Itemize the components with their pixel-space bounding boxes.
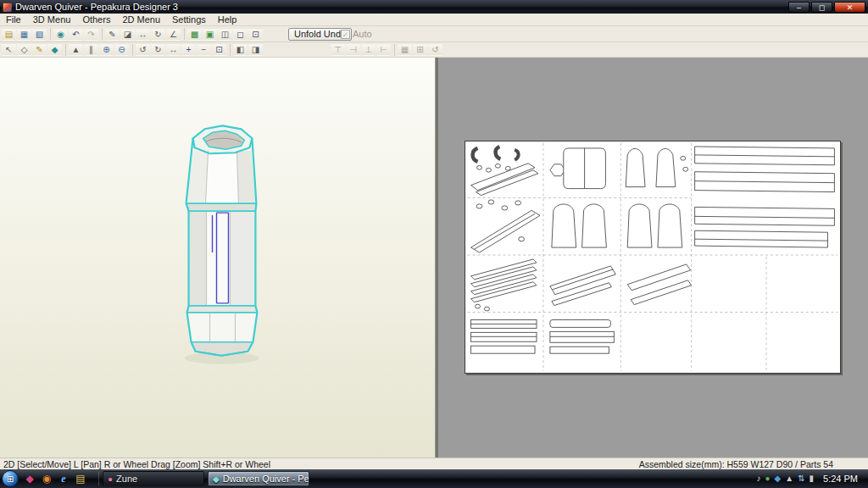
align-right-icon[interactable]: ⊢ — [376, 43, 391, 56]
sync-tray-icon[interactable]: ● — [765, 470, 770, 487]
window-title: Dwarven Quiver - Pepakura Designer 3 — [15, 0, 788, 14]
model-upper-section — [186, 151, 257, 211]
recalc-layout-icon[interactable]: ↺ — [428, 43, 442, 56]
quiver-3d-model — [0, 58, 435, 458]
taskbar-button-pepakura[interactable]: ◆ Dwarven Quiver - Pe... — [208, 471, 309, 486]
pepakura-task-label: Dwarven Quiver - Pe... — [223, 474, 309, 484]
texture-check-icon[interactable]: ▣ — [203, 28, 217, 41]
export-icon[interactable]: ▧ — [32, 28, 47, 41]
taskbar: ⊞ ◆ ◉ e ▤ ● Zune ◆ Dwarven Quiver - Pe..… — [0, 469, 868, 488]
texture-view-icon[interactable]: ◉ — [53, 28, 68, 41]
rotate-icon[interactable]: ↻ — [151, 28, 165, 41]
pattern-part — [552, 204, 607, 247]
cut-tool-icon[interactable]: ∥ — [84, 43, 98, 56]
pattern-part — [627, 204, 682, 247]
rotate-left-tool-icon[interactable]: ↺ — [136, 43, 150, 56]
divide-tool-icon[interactable]: ⊖ — [114, 43, 129, 56]
pattern-part — [626, 148, 687, 186]
join-tool-icon[interactable]: ⊕ — [99, 43, 114, 56]
pattern-part — [550, 266, 615, 306]
select-tool-icon[interactable]: ↖ — [2, 43, 16, 56]
arrange-parts-icon[interactable]: ▦ — [398, 43, 412, 56]
view-2d-icon[interactable]: ⊡ — [248, 28, 263, 41]
pepakura-designer-window: Dwarven Quiver - Pepakura Designer 3 – ◻… — [0, 0, 868, 488]
taskbar-separator — [98, 472, 99, 485]
split-window-icon[interactable]: ◫ — [218, 28, 232, 41]
3d-viewport[interactable] — [0, 58, 436, 458]
grid-icon[interactable]: ▩ — [187, 28, 202, 41]
edit-mode-icon[interactable]: ✎ — [105, 28, 120, 41]
pattern-part — [471, 200, 540, 252]
menu-2d-menu[interactable]: 2D Menu — [116, 14, 166, 25]
quick-launch: ◆ ◉ e ▤ — [22, 471, 88, 486]
statusbar: 2D [Select/Move] L [Pan] R or Wheel Drag… — [0, 458, 868, 469]
zoom-out-tool-icon[interactable]: − — [197, 43, 211, 56]
rotate-right-tool-icon[interactable]: ↻ — [151, 43, 165, 56]
menu-help[interactable]: Help — [212, 14, 243, 25]
media-player-quicklaunch-icon[interactable]: ◉ — [39, 471, 54, 486]
maximize-button[interactable]: ◻ — [811, 2, 832, 13]
internet-explorer-quicklaunch-icon[interactable]: e — [56, 471, 71, 486]
titlebar[interactable]: Dwarven Quiver - Pepakura Designer 3 – ◻… — [0, 0, 868, 14]
taskbar-button-zune[interactable]: ● Zune — [103, 471, 204, 486]
zune-task-icon: ● — [108, 474, 113, 484]
start-button[interactable]: ⊞ — [2, 470, 19, 487]
explorer-quicklaunch-icon[interactable]: ▤ — [73, 471, 88, 486]
distribute-parts-icon[interactable]: ⊞ — [413, 43, 427, 56]
pattern-part — [695, 147, 835, 192]
status-hint-text: 2D [Select/Move] L [Pan] R or Wheel Drag… — [0, 459, 639, 469]
align-top-icon[interactable]: ⊤ — [331, 43, 345, 56]
system-tray: ♪ ● ◆ ▲ ⇅ ▮ 5:24 PM — [756, 470, 868, 487]
zune-task-label: Zune — [116, 474, 137, 484]
pattern-part — [627, 264, 691, 305]
menubar: File 3D Menu Others 2D Menu Settings Hel… — [0, 14, 868, 26]
open-icon[interactable]: ▤ — [2, 28, 16, 41]
fit-view-tool-icon[interactable]: ⊡ — [212, 43, 226, 56]
pepakura-task-icon: ◆ — [213, 474, 220, 484]
remove-hardware-tray-icon[interactable]: ▲ — [785, 470, 793, 487]
menu-file[interactable]: File — [0, 14, 27, 25]
undo-icon[interactable]: ↶ — [69, 28, 83, 41]
minimize-button[interactable]: – — [788, 2, 810, 13]
pattern-page[interactable] — [465, 141, 841, 374]
assembled-size-text: Assembled size(mm): H559 W127 D90 / Part… — [639, 459, 868, 469]
main-area — [0, 58, 868, 458]
auto-checkbox-label: Auto — [353, 29, 372, 39]
volume-tray-icon[interactable]: ▮ — [810, 470, 815, 487]
auto-checkbox[interactable]: ✓ — [341, 30, 350, 39]
menu-settings[interactable]: Settings — [166, 14, 212, 25]
view-3d-icon[interactable]: ◻ — [233, 28, 248, 41]
menu-others[interactable]: Others — [76, 14, 116, 25]
redo-icon[interactable]: ↷ — [84, 28, 98, 41]
model-bottom-section — [187, 306, 258, 356]
zune-quicklaunch-icon[interactable]: ◆ — [22, 471, 37, 486]
2d-pattern-pane[interactable] — [438, 58, 868, 458]
fill-tool-icon[interactable]: ◆ — [47, 43, 62, 56]
close-button[interactable]: ✕ — [834, 2, 865, 13]
stamp-tool-icon[interactable]: ◇ — [17, 43, 31, 56]
bring-front-tool-icon[interactable]: ◧ — [233, 43, 248, 56]
menu-3d-menu[interactable]: 3D Menu — [27, 14, 77, 25]
pen-tool-icon[interactable]: ✎ — [32, 43, 47, 56]
save-icon[interactable]: ▦ — [17, 28, 31, 41]
align-bottom-icon[interactable]: ⊥ — [361, 43, 376, 56]
messenger-tray-icon[interactable]: ◆ — [775, 470, 782, 487]
pattern-part — [471, 319, 537, 353]
flap-tool-icon[interactable]: ▲ — [69, 43, 83, 56]
unfolded-parts-canvas — [465, 141, 840, 373]
zoom-in-tool-icon[interactable]: + — [181, 43, 196, 56]
2d-toolbar: ↖ ◇ ✎ ◆ ▲ ∥ ⊕ ⊖ ↺ ↻ ↔ + − ⊡ ◧ ◨ ⊤ ⊣ ⊥ ⊢ … — [0, 42, 868, 58]
model-middle-section — [189, 211, 256, 306]
align-left-icon[interactable]: ⊣ — [346, 43, 360, 56]
eraser-icon[interactable]: ◪ — [120, 28, 135, 41]
send-back-tool-icon[interactable]: ◨ — [248, 43, 263, 56]
measure-icon[interactable]: ∠ — [166, 28, 181, 41]
taskbar-clock[interactable]: 5:24 PM — [818, 474, 865, 484]
pattern-part — [695, 207, 835, 247]
pan-tool-icon[interactable]: ↔ — [166, 43, 181, 56]
media-tray-icon[interactable]: ♪ — [756, 470, 760, 487]
pattern-part — [471, 259, 537, 311]
network-tray-icon[interactable]: ⇅ — [798, 470, 804, 487]
move-icon[interactable]: ↔ — [136, 28, 150, 41]
pattern-part — [550, 148, 606, 189]
